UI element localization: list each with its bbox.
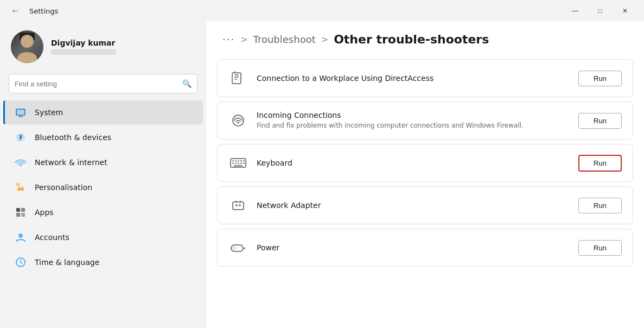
breadcrumb-sep1: > (240, 34, 247, 45)
svg-rect-2 (16, 109, 25, 115)
directaccess-info: Connection to a Workplace Using DirectAc… (257, 74, 570, 83)
svg-rect-23 (240, 160, 242, 162)
svg-rect-14 (234, 77, 239, 78)
system-icon (14, 106, 27, 119)
keyboard-icon (228, 153, 248, 173)
svg-rect-27 (238, 163, 239, 165)
svg-rect-5 (16, 183, 20, 186)
svg-rect-30 (234, 165, 243, 167)
avatar (11, 30, 43, 63)
sidebar-item-system[interactable]: System (3, 100, 203, 124)
svg-point-18 (238, 122, 239, 124)
keyboard-info: Keyboard (257, 159, 570, 167)
nav-items: System Bluetooth & devices (0, 100, 206, 275)
ts-item-directaccess: Connection to a Workplace Using DirectAc… (217, 59, 633, 97)
bluetooth-icon (14, 131, 27, 144)
user-email (51, 49, 116, 55)
apps-icon (14, 206, 27, 219)
svg-rect-21 (235, 160, 237, 162)
svg-rect-22 (238, 160, 239, 162)
user-name: Digvijay kumar (51, 39, 116, 47)
incoming-title: Incoming Connections (257, 111, 570, 119)
svg-point-16 (234, 71, 236, 73)
search-container: 🔍 (0, 74, 206, 100)
breadcrumb-dots[interactable]: ··· (222, 34, 235, 45)
breadcrumb-link-troubleshoot[interactable]: Troubleshoot (253, 34, 316, 45)
incoming-desc: Find and fix problems with incoming comp… (257, 121, 570, 130)
network-adapter-icon (228, 195, 248, 215)
search-input[interactable] (15, 80, 178, 88)
personalisation-icon (14, 181, 27, 194)
incoming-icon (228, 111, 248, 130)
back-icon: ← (11, 6, 20, 16)
power-run-button[interactable]: Run (578, 240, 622, 256)
incoming-run-button[interactable]: Run (578, 113, 622, 129)
keyboard-title: Keyboard (257, 159, 570, 167)
sidebar-item-personalisation[interactable]: Personalisation (3, 175, 203, 199)
svg-rect-6 (16, 208, 20, 212)
content-area: ··· > Troubleshoot > Other trouble-shoot… (206, 22, 644, 328)
network-adapter-info: Network Adapter (257, 201, 570, 210)
svg-rect-20 (232, 160, 234, 162)
minimize-button[interactable]: — (563, 2, 588, 20)
back-button[interactable]: ← (7, 2, 24, 20)
ts-item-power: Power Run (217, 229, 633, 267)
svg-rect-26 (235, 163, 237, 165)
close-button[interactable]: ✕ (613, 2, 637, 20)
svg-point-4 (20, 165, 22, 167)
power-info: Power (257, 243, 570, 252)
directaccess-title: Connection to a Workplace Using DirectAc… (257, 74, 570, 83)
window-controls: — □ ✕ (563, 2, 637, 20)
sidebar-item-label-network: Network & internet (35, 158, 107, 167)
svg-rect-35 (231, 246, 237, 250)
directaccess-icon (228, 68, 248, 88)
sidebar-item-label-apps: Apps (35, 208, 54, 217)
svg-rect-7 (21, 208, 25, 212)
close-icon: ✕ (622, 7, 628, 15)
accounts-icon (14, 231, 27, 244)
power-icon (228, 238, 248, 257)
ts-item-incoming: Incoming Connections Find and fix proble… (217, 102, 633, 140)
power-title: Power (257, 243, 570, 252)
search-icon: 🔍 (182, 79, 192, 88)
svg-rect-24 (243, 160, 245, 162)
svg-rect-32 (235, 204, 238, 206)
sidebar-item-label-bluetooth: Bluetooth & devices (35, 133, 111, 142)
sidebar-item-label-personalisation: Personalisation (35, 183, 92, 192)
sidebar-item-label-time: Time & language (35, 258, 99, 267)
sidebar-item-time[interactable]: Time & language (3, 250, 203, 274)
ts-item-keyboard: Keyboard Run (217, 144, 633, 182)
network-adapter-title: Network Adapter (257, 201, 570, 210)
breadcrumb-current: Other trouble-shooters (334, 33, 489, 46)
titlebar: ← Settings — □ ✕ (0, 0, 644, 22)
sidebar: Digvijay kumar 🔍 System (0, 22, 206, 328)
svg-rect-29 (243, 163, 245, 165)
search-box[interactable]: 🔍 (9, 74, 197, 93)
directaccess-run-button[interactable]: Run (578, 71, 622, 86)
breadcrumb-sep2: > (321, 34, 328, 45)
svg-rect-33 (239, 204, 241, 206)
sidebar-item-apps[interactable]: Apps (3, 200, 203, 224)
main-layout: Digvijay kumar 🔍 System (0, 22, 644, 328)
maximize-button[interactable]: □ (588, 2, 613, 20)
network-adapter-run-button[interactable]: Run (578, 198, 622, 213)
sidebar-item-network[interactable]: Network & internet (3, 150, 203, 174)
sidebar-item-label-system: System (35, 108, 63, 117)
keyboard-run-button[interactable]: Run (578, 155, 622, 172)
user-profile[interactable]: Digvijay kumar (0, 22, 206, 74)
sidebar-item-accounts[interactable]: Accounts (3, 225, 203, 249)
sidebar-item-label-accounts: Accounts (35, 233, 69, 242)
breadcrumb: ··· > Troubleshoot > Other trouble-shoot… (206, 22, 644, 59)
user-info: Digvijay kumar (51, 39, 116, 55)
maximize-icon: □ (598, 7, 602, 15)
svg-rect-9 (21, 213, 25, 217)
app-title: Settings (29, 7, 58, 15)
svg-rect-15 (234, 79, 237, 80)
ts-item-network-adapter: Network Adapter Run (217, 186, 633, 224)
minimize-icon: — (572, 7, 578, 15)
svg-point-10 (18, 234, 23, 238)
network-icon (14, 156, 27, 169)
incoming-info: Incoming Connections Find and fix proble… (257, 111, 570, 130)
sidebar-item-bluetooth[interactable]: Bluetooth & devices (3, 125, 203, 149)
troubleshooter-list: Connection to a Workplace Using DirectAc… (206, 59, 644, 282)
